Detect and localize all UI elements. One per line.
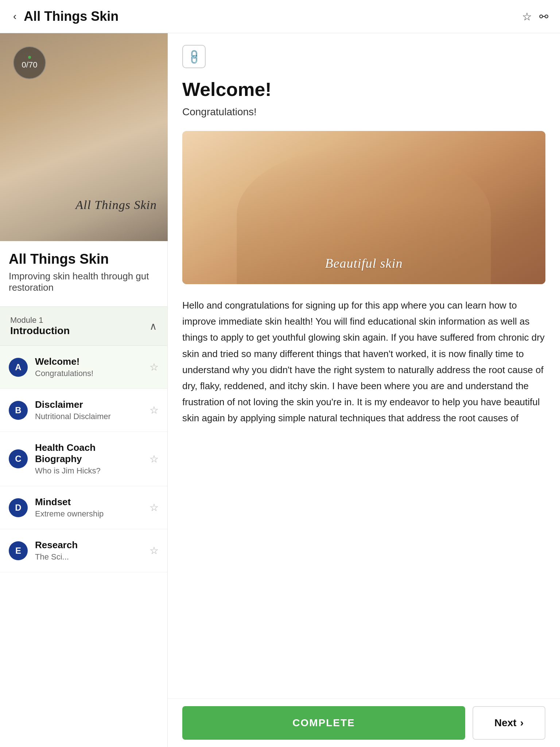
complete-button[interactable]: COMPLETE xyxy=(182,706,465,740)
header-title: All Things Skin xyxy=(24,9,118,24)
lesson-letter-c: C xyxy=(9,449,28,468)
lesson-item[interactable]: D Mindset Extreme ownership ☆ xyxy=(0,486,167,529)
app-header: ‹ All Things Skin ☆ ⚯ xyxy=(0,0,560,33)
welcome-title: Welcome! xyxy=(182,78,545,100)
link-icon-box[interactable]: 🔗 xyxy=(182,45,206,68)
lesson-item[interactable]: A Welcome! Congratulations! ☆ xyxy=(0,346,167,389)
lesson-letter-b: B xyxy=(9,401,28,420)
lesson-letter-e: E xyxy=(9,541,28,560)
chevron-up-icon: ∧ xyxy=(149,320,157,332)
lesson-subtitle-d: Extreme ownership xyxy=(35,509,142,519)
lesson-subtitle-e: The Sci... xyxy=(35,552,142,562)
right-panel: 🔗 Welcome! Congratulations! Beautiful sk… xyxy=(168,33,560,747)
lesson-title-b: Disclaimer xyxy=(35,399,142,410)
module-name: Introduction xyxy=(10,325,70,337)
module-info: Module 1 Introduction xyxy=(10,316,70,337)
lesson-letter-d: D xyxy=(9,498,28,517)
lesson-title-e: Research xyxy=(35,539,142,551)
lesson-subtitle-b: Nutritional Disclaimer xyxy=(35,412,142,421)
module-header[interactable]: Module 1 Introduction ∧ xyxy=(0,306,167,346)
star-button-d[interactable]: ☆ xyxy=(149,502,159,514)
left-panel: 0/70 All Things Skin All Things Skin Imp… xyxy=(0,33,168,747)
description-text: Hello and congratulations for signing up… xyxy=(182,297,545,426)
module-section: Module 1 Introduction ∧ A Welcome! Congr… xyxy=(0,306,167,572)
course-info: All Things Skin Improving skin health th… xyxy=(0,241,167,299)
star-button-a[interactable]: ☆ xyxy=(149,361,159,373)
star-button-e[interactable]: ☆ xyxy=(149,545,159,557)
lesson-subtitle-c: Who is Jim Hicks? xyxy=(35,466,142,476)
lesson-title-a: Welcome! xyxy=(35,356,142,367)
lesson-item[interactable]: C Health Coach Biography Who is Jim Hick… xyxy=(0,432,167,486)
header-right: ☆ ⚯ xyxy=(522,10,548,23)
share-button[interactable]: ⚯ xyxy=(539,10,548,23)
progress-text: 0/70 xyxy=(22,60,38,70)
lesson-item[interactable]: E Research The Sci... ☆ xyxy=(0,529,167,572)
lesson-info-d: Mindset Extreme ownership xyxy=(35,496,142,519)
next-label: Next xyxy=(494,717,517,729)
back-button[interactable]: ‹ xyxy=(12,9,18,24)
lesson-list: A Welcome! Congratulations! ☆ B Disclaim… xyxy=(0,346,167,572)
next-button[interactable]: Next › xyxy=(472,706,545,740)
beauty-image: Beautiful skin xyxy=(182,131,545,284)
lesson-title-c: Health Coach Biography xyxy=(35,442,142,465)
course-image: 0/70 All Things Skin xyxy=(0,33,168,241)
link-icon: 🔗 xyxy=(185,48,203,65)
bottom-bar: COMPLETE Next › xyxy=(168,698,560,747)
welcome-subtitle: Congratulations! xyxy=(182,106,545,118)
progress-dot xyxy=(28,56,31,59)
lesson-info-e: Research The Sci... xyxy=(35,539,142,562)
lesson-info-c: Health Coach Biography Who is Jim Hicks? xyxy=(35,442,142,476)
header-left: ‹ All Things Skin xyxy=(12,9,118,24)
course-subtitle: Improving skin health through gut restor… xyxy=(9,271,159,293)
module-label: Module 1 xyxy=(10,316,70,325)
lesson-title-d: Mindset xyxy=(35,496,142,508)
course-image-text: All Things Skin xyxy=(75,198,157,212)
next-arrow-icon: › xyxy=(520,717,524,729)
lesson-info-b: Disclaimer Nutritional Disclaimer xyxy=(35,399,142,421)
main-layout: 0/70 All Things Skin All Things Skin Imp… xyxy=(0,33,560,747)
lesson-info-a: Welcome! Congratulations! xyxy=(35,356,142,378)
lesson-subtitle-a: Congratulations! xyxy=(35,369,142,378)
lesson-item[interactable]: B Disclaimer Nutritional Disclaimer ☆ xyxy=(0,389,167,432)
course-title: All Things Skin xyxy=(9,251,159,267)
star-button-c[interactable]: ☆ xyxy=(149,453,159,465)
beauty-image-text: Beautiful skin xyxy=(325,256,403,271)
lesson-letter-a: A xyxy=(9,358,28,377)
star-button-b[interactable]: ☆ xyxy=(149,404,159,416)
bookmark-button[interactable]: ☆ xyxy=(522,10,532,23)
progress-circle: 0/70 xyxy=(13,46,46,79)
